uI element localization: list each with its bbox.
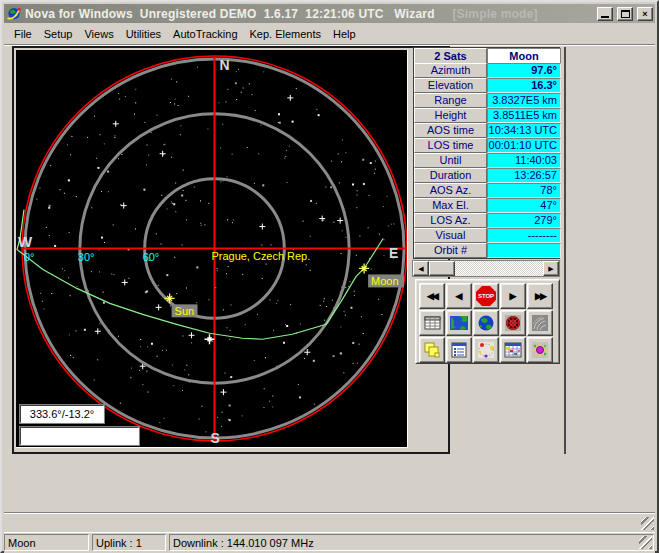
control-button-panel: ◀◀◀STOP▶▶▶	[415, 279, 560, 364]
notes-button[interactable]	[419, 337, 445, 363]
mode-badge: [Simple mode]	[452, 7, 537, 21]
row-label-aos-time[interactable]: AOS time	[414, 123, 487, 138]
sky-map[interactable]: NSWE0°30°60°Prague, Czech Rep.SunMoon	[16, 50, 408, 448]
menu-item-file[interactable]: File	[8, 25, 38, 43]
row-value: 47°	[487, 198, 561, 213]
row-label-visual[interactable]: Visual	[414, 228, 487, 243]
window-title: Nova for Windows Unregistered DEMO 1.6.1…	[25, 7, 593, 21]
row-value: 11:40:03	[487, 153, 561, 168]
scroll-left-button[interactable]: ◀	[413, 261, 429, 276]
tracking-table: 2 SatsMoonAzimuth97.6°Elevation16.3°Rang…	[413, 47, 560, 259]
forward-icon: ▶	[510, 291, 517, 301]
compass-north-label: N	[219, 57, 229, 73]
object-name-readout	[20, 427, 139, 445]
rewind-icon: ◀	[456, 291, 463, 301]
fast-forward-button[interactable]: ▶▶	[527, 283, 553, 309]
row-value: 3.8511E5 km	[487, 108, 561, 123]
flare-button[interactable]	[527, 337, 553, 363]
row-value: 3.8327E5 km	[487, 93, 561, 108]
row-label-los-az[interactable]: LOS Az.	[414, 213, 487, 228]
sun-marker	[165, 293, 175, 303]
row-value: 16.3°	[487, 78, 561, 93]
menu-item-autotracking[interactable]: AutoTracking	[167, 25, 243, 43]
row-label-until[interactable]: Until	[414, 153, 487, 168]
constellation-button[interactable]	[473, 337, 499, 363]
status-uplink: Uplink : 1	[92, 534, 166, 551]
row-label-elevation[interactable]: Elevation	[414, 78, 487, 93]
schedule-icon	[504, 342, 522, 358]
fast-rewind-button[interactable]: ◀◀	[419, 283, 445, 309]
compass-east-label: E	[389, 245, 398, 261]
scrollbar-thumb[interactable]	[429, 261, 455, 276]
status-downlink: Downlink : 144.010 097 MHz	[169, 534, 654, 551]
row-label-max-el[interactable]: Max El.	[414, 198, 487, 213]
row-label-range[interactable]: Range	[414, 93, 487, 108]
rewind-button[interactable]: ◀	[446, 283, 472, 309]
row-label-azimuth[interactable]: Azimuth	[414, 63, 487, 78]
report-icon	[450, 342, 468, 358]
compass-west-label: W	[18, 234, 33, 251]
row-label-orbit[interactable]: Orbit #	[414, 243, 487, 258]
grid-icon	[424, 315, 441, 331]
sky-map-container: NSWE0°30°60°Prague, Czech Rep.SunMoon 33…	[12, 46, 450, 454]
title-bar[interactable]: Nova for Windows Unregistered DEMO 1.6.1…	[4, 4, 655, 23]
moon-label: Moon	[371, 275, 398, 287]
elevation-label: 60°	[143, 251, 160, 263]
notes-icon	[423, 342, 441, 358]
panel-splitter[interactable]	[564, 47, 566, 454]
location-label: Prague, Czech Rep.	[212, 250, 311, 262]
menu-bar: FileSetupViewsUtilitiesAutoTrackingKep. …	[4, 24, 655, 45]
stop-sign-icon: STOP	[476, 286, 496, 306]
row-label-los-time[interactable]: LOS time	[414, 138, 487, 153]
elevation-label: 0°	[24, 251, 35, 263]
statusbar-resize-grip[interactable]	[639, 536, 652, 549]
globe-view-button[interactable]	[473, 310, 499, 336]
app-window: Nova for Windows Unregistered DEMO 1.6.1…	[0, 0, 659, 553]
scrollbar-track[interactable]	[455, 261, 543, 276]
radar-view-icon	[531, 315, 549, 331]
row-label-height[interactable]: Height	[414, 108, 487, 123]
polar-view-icon	[504, 315, 522, 331]
menu-item-help[interactable]: Help	[327, 25, 362, 43]
row-value: 00:01:10 UTC	[487, 138, 561, 153]
row-value	[487, 243, 561, 258]
spacer-bar	[4, 514, 655, 531]
menu-item-kep-elements[interactable]: Kep. Elements	[244, 25, 328, 43]
report-button[interactable]	[446, 337, 472, 363]
status-satellite: Moon	[4, 534, 89, 551]
cursor-coordinates-readout: 333.6°/-13.2°	[20, 405, 104, 423]
elevation-label: 30°	[78, 251, 95, 263]
world-map-button[interactable]	[446, 310, 472, 336]
close-button[interactable]: ×	[637, 7, 653, 21]
menu-item-setup[interactable]: Setup	[38, 25, 79, 43]
row-value: --------	[487, 228, 561, 243]
fast-forward-icon: ▶▶	[535, 291, 545, 301]
schedule-button[interactable]	[500, 337, 526, 363]
flat-map-icon	[450, 315, 468, 331]
resize-grip[interactable]	[641, 517, 654, 530]
app-icon	[6, 6, 22, 21]
globe-icon	[477, 315, 495, 331]
radar-plot-button[interactable]	[527, 310, 553, 336]
maximize-button[interactable]	[617, 7, 633, 21]
satellite-scrollbar[interactable]: ◀ ▶	[412, 260, 560, 277]
row-value: 279°	[487, 213, 561, 228]
status-bar: Moon Uplink : 1 Downlink : 144.010 097 M…	[4, 532, 655, 553]
menu-item-utilities[interactable]: Utilities	[120, 25, 167, 43]
scroll-right-button[interactable]: ▶	[543, 261, 559, 276]
flare-icon	[531, 342, 549, 358]
polar-plot-button[interactable]	[500, 310, 526, 336]
sun-label: Sun	[175, 305, 195, 317]
row-label-aos-az[interactable]: AOS Az.	[414, 183, 487, 198]
forward-button[interactable]: ▶	[500, 283, 526, 309]
row-value: 10:34:13 UTC	[487, 123, 561, 138]
row-label-duration[interactable]: Duration	[414, 168, 487, 183]
passes-table-button[interactable]	[419, 310, 445, 336]
minimize-button[interactable]	[597, 7, 613, 21]
constellation-icon	[477, 342, 495, 358]
row-value: 13:26:57	[487, 168, 561, 183]
compass-south-label: S	[211, 430, 220, 446]
menu-item-views[interactable]: Views	[78, 25, 119, 43]
fast-rewind-icon: ◀◀	[427, 291, 437, 301]
stop-button[interactable]: STOP	[473, 283, 499, 309]
